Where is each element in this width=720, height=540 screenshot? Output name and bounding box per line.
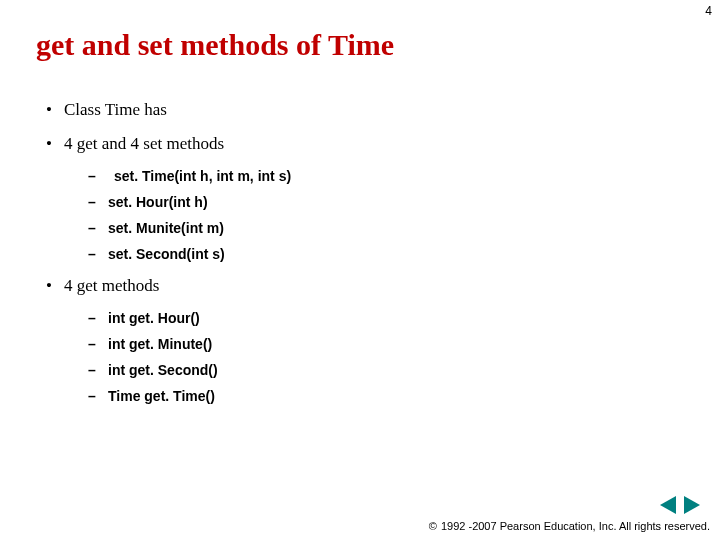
bullet-dash-icon: – <box>88 220 108 236</box>
bullet-dash-icon: – <box>88 168 108 184</box>
sub-bullet-item: – set. Time(int h, int m, int s) <box>88 168 291 184</box>
sub-bullet-text: set. Second(int s) <box>108 246 225 262</box>
sub-bullet-item: – int get. Second() <box>88 362 291 378</box>
sub-bullet-text: int get. Minute() <box>108 336 212 352</box>
bullet-dash-icon: – <box>88 388 108 404</box>
bullet-item: • 4 get methods <box>46 276 291 296</box>
sub-bullet-item: – set. Second(int s) <box>88 246 291 262</box>
footer: © 1992 -2007 Pearson Education, Inc. All… <box>429 520 710 532</box>
slide-content: • Class Time has • 4 get and 4 set metho… <box>46 100 291 418</box>
sub-bullet-item: – set. Hour(int h) <box>88 194 291 210</box>
copyright-icon: © <box>429 520 437 532</box>
sub-bullet-item: – Time get. Time() <box>88 388 291 404</box>
sub-bullet-text: set. Time(int h, int m, int s) <box>108 168 291 184</box>
bullet-dot-icon: • <box>46 276 64 296</box>
nav-arrows <box>660 496 700 514</box>
next-arrow-icon[interactable] <box>684 496 700 514</box>
bullet-item: • 4 get and 4 set methods <box>46 134 291 154</box>
prev-arrow-icon[interactable] <box>660 496 676 514</box>
footer-text: 1992 -2007 Pearson Education, Inc. All r… <box>441 520 710 532</box>
sub-bullet-text: int get. Second() <box>108 362 218 378</box>
bullet-dash-icon: – <box>88 194 108 210</box>
bullet-text: Class Time has <box>64 100 167 120</box>
slide-title: get and set methods of Time <box>36 28 394 62</box>
sub-list: – set. Time(int h, int m, int s) – set. … <box>88 168 291 262</box>
sub-bullet-text: int get. Hour() <box>108 310 200 326</box>
bullet-dot-icon: • <box>46 134 64 154</box>
sub-bullet-item: – int get. Minute() <box>88 336 291 352</box>
sub-bullet-item: – int get. Hour() <box>88 310 291 326</box>
page-number: 4 <box>705 4 712 18</box>
bullet-item: • Class Time has <box>46 100 291 120</box>
bullet-dash-icon: – <box>88 246 108 262</box>
bullet-dash-icon: – <box>88 362 108 378</box>
sub-bullet-text: Time get. Time() <box>108 388 215 404</box>
bullet-text: 4 get methods <box>64 276 159 296</box>
bullet-dash-icon: – <box>88 336 108 352</box>
sub-list: – int get. Hour() – int get. Minute() – … <box>88 310 291 404</box>
bullet-text: 4 get and 4 set methods <box>64 134 224 154</box>
sub-bullet-text: set. Munite(int m) <box>108 220 224 236</box>
bullet-dot-icon: • <box>46 100 64 120</box>
sub-bullet-item: – set. Munite(int m) <box>88 220 291 236</box>
sub-bullet-text: set. Hour(int h) <box>108 194 208 210</box>
bullet-dash-icon: – <box>88 310 108 326</box>
